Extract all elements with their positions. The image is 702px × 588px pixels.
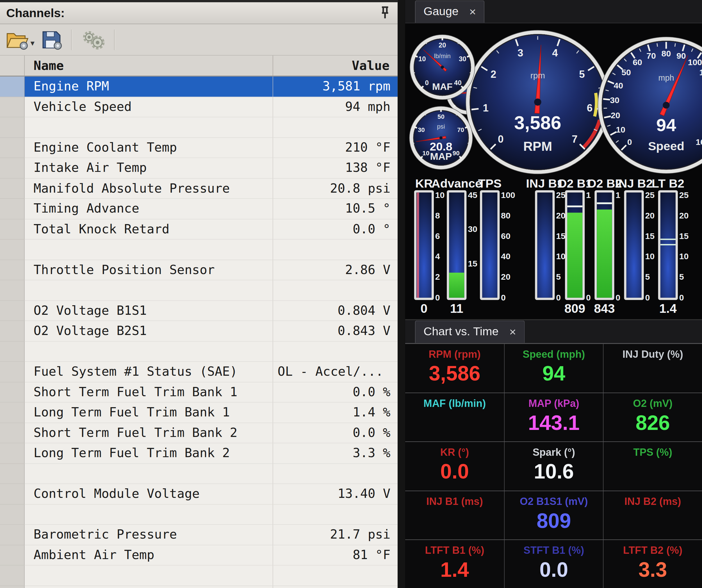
table-row[interactable]: Short Term Fuel Trim Bank 20.0 %	[0, 423, 397, 443]
channel-name[interactable]	[25, 341, 273, 362]
channel-value[interactable]: 3,581 rpm	[273, 77, 397, 97]
table-row[interactable]: O2 Voltage B1S10.804 V	[0, 301, 397, 321]
readout-ltft-b2[interactable]: LTFT B2 (%)3.3	[603, 540, 702, 588]
channel-value[interactable]: 3.3 %	[273, 443, 397, 464]
table-row[interactable]: Long Term Fuel Trim Bank 11.4 %	[0, 402, 397, 423]
channel-value[interactable]: 13.40 V	[273, 484, 397, 505]
bar-gauge-inj-b2[interactable]: 2520151050	[624, 191, 656, 300]
readout-rpm-rpm[interactable]: RPM (rpm)3,586	[405, 343, 504, 392]
channel-value[interactable]	[273, 240, 397, 260]
row-header[interactable]	[0, 240, 25, 260]
close-icon[interactable]: ×	[469, 6, 476, 17]
channel-name[interactable]: Long Term Fuel Trim Bank 1	[25, 402, 273, 423]
row-header[interactable]	[0, 341, 25, 362]
channel-name[interactable]: O2 Voltage B2S1	[25, 321, 273, 341]
readout-inj-b2-ms[interactable]: INJ B2 (ms)	[603, 491, 702, 540]
bar-gauge-lt-b2[interactable]: 2520151050	[658, 191, 690, 300]
channel-value[interactable]: 0.0 %	[273, 423, 397, 443]
table-row[interactable]: Timing Advance10.5 °	[0, 199, 397, 219]
row-header[interactable]	[0, 586, 25, 588]
row-header[interactable]	[0, 382, 25, 403]
channel-value[interactable]	[273, 504, 397, 525]
channel-value[interactable]: 2.86 V	[273, 260, 397, 280]
channel-name[interactable]	[25, 566, 273, 586]
table-row[interactable]: Short Term Fuel Trim Bank 10.0 %	[0, 382, 397, 403]
channel-name[interactable]: O2 Voltage B1S1	[25, 301, 273, 321]
table-row[interactable]	[0, 341, 397, 362]
channel-value[interactable]: 0.804 V	[273, 301, 397, 321]
table-row[interactable]: Throttle Position Sensor2.86 V	[0, 260, 397, 280]
row-header[interactable]	[0, 97, 25, 117]
channel-value[interactable]	[273, 341, 397, 362]
row-header[interactable]	[0, 178, 25, 199]
row-header[interactable]	[0, 464, 25, 484]
channel-name[interactable]: Timing Advance	[25, 199, 273, 219]
readout-tps[interactable]: TPS (%)	[603, 442, 702, 491]
table-row[interactable]: Vehicle Speed94 mph	[0, 97, 397, 117]
channel-name[interactable]	[25, 586, 273, 588]
table-row[interactable]: Engine Coolant Temp210 °F	[0, 138, 397, 158]
channel-name[interactable]: Fuel System #1 Status (SAE)	[25, 362, 273, 382]
table-row[interactable]	[0, 240, 397, 260]
table-row[interactable]	[0, 280, 397, 301]
row-header[interactable]	[0, 158, 25, 179]
table-row[interactable]	[0, 464, 397, 484]
table-row[interactable]: O2 Voltage B2S10.843 V	[0, 321, 397, 341]
channel-value[interactable]: 138 °F	[273, 158, 397, 179]
row-header[interactable]	[0, 443, 25, 464]
gauge-map[interactable]: 1030507090psi20.8MAP	[406, 103, 476, 174]
row-header[interactable]	[0, 321, 25, 341]
readout-spark[interactable]: Spark (°)10.6	[504, 442, 603, 491]
channel-value[interactable]	[273, 464, 397, 484]
row-header[interactable]	[0, 402, 25, 423]
channel-name[interactable]: Engine RPM	[25, 77, 273, 97]
readout-speed-mph[interactable]: Speed (mph)94	[504, 343, 603, 392]
readout-maf-lb-min[interactable]: MAF (lb/min)	[405, 392, 504, 442]
readout-o2-mv[interactable]: O2 (mV)826	[603, 392, 702, 442]
tab-gauge[interactable]: Gauge ×	[415, 1, 485, 23]
channel-name[interactable]: Intake Air Temp	[25, 158, 273, 179]
bar-gauge-advance[interactable]: 453015	[447, 191, 478, 300]
bar-gauge-inj-b1[interactable]: 2520151050	[535, 191, 566, 300]
channel-value[interactable]: 0.0 °	[273, 219, 397, 240]
pin-icon[interactable]	[379, 5, 391, 20]
row-header[interactable]	[0, 545, 25, 566]
table-row[interactable]	[0, 586, 397, 588]
channel-name[interactable]: Ambient Air Temp	[25, 545, 273, 566]
channel-value[interactable]: 20.8 psi	[273, 178, 397, 199]
channel-value[interactable]: 0.0 %	[273, 382, 397, 403]
row-header[interactable]	[0, 77, 25, 97]
channel-name[interactable]	[25, 240, 273, 260]
gauge-speed[interactable]: 0102030405060708090100110120130140150160…	[594, 34, 702, 179]
channel-value[interactable]: 81 °F	[273, 545, 397, 566]
table-row[interactable]: Control Module Voltage13.40 V	[0, 484, 397, 505]
tab-chart-vs-time[interactable]: Chart vs. Time ×	[415, 321, 524, 343]
channel-value[interactable]: 210 °F	[273, 138, 397, 158]
row-header[interactable]	[0, 525, 25, 545]
channel-name[interactable]: Manifold Absolute Pressure	[25, 178, 273, 199]
gauge-rpm[interactable]: 01234567rpm3,586RPM	[462, 27, 613, 179]
table-row[interactable]: Engine RPM3,581 rpm	[0, 77, 397, 97]
channel-name[interactable]	[25, 504, 273, 525]
table-row[interactable]	[0, 117, 397, 138]
channel-name[interactable]: Vehicle Speed	[25, 97, 273, 117]
table-row[interactable]: Fuel System #1 Status (SAE)OL - Accel/..…	[0, 362, 397, 382]
channel-value[interactable]: 94 mph	[273, 97, 397, 117]
channel-value[interactable]: 1.4 %	[273, 402, 397, 423]
table-row[interactable]: Total Knock Retard0.0 °	[0, 219, 397, 240]
channel-name[interactable]	[25, 464, 273, 484]
channel-value[interactable]: OL - Accel/...	[273, 362, 397, 382]
row-header[interactable]	[0, 484, 25, 505]
bar-gauge-o2-b2[interactable]: 10	[594, 191, 626, 300]
row-header[interactable]	[0, 566, 25, 586]
table-row[interactable]: Manifold Absolute Pressure20.8 psi	[0, 178, 397, 199]
table-row[interactable]	[0, 566, 397, 586]
readout-kr[interactable]: KR (°)0.0	[405, 442, 504, 491]
row-header[interactable]	[0, 117, 25, 138]
column-header-value[interactable]: Value	[273, 58, 397, 73]
column-header-name[interactable]: Name	[25, 55, 273, 76]
bar-gauge-tps[interactable]: 100806040200	[480, 191, 511, 300]
row-header[interactable]	[0, 423, 25, 443]
channel-value[interactable]	[273, 280, 397, 301]
channel-value[interactable]: 21.7 psi	[273, 525, 397, 545]
